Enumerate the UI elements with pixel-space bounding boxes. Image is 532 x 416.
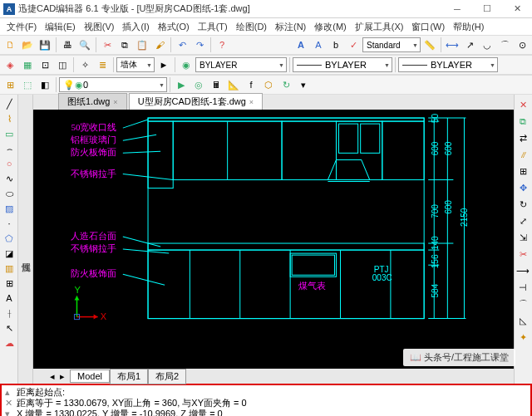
erase-icon[interactable]: ✕ bbox=[515, 96, 531, 113]
rect-icon[interactable]: ▭ bbox=[1, 126, 17, 141]
menu-file[interactable]: 文件(F) bbox=[3, 19, 40, 35]
drawing-canvas[interactable]: 50宽收口线 铝框玻璃门 防火板饰面 不锈钢拉手 人造石台面 不锈钢拉手 防火板… bbox=[33, 110, 514, 369]
menu-tools[interactable]: 工具(T) bbox=[195, 19, 231, 35]
minimize-button[interactable]: ─ bbox=[446, 2, 469, 17]
text-a2-icon[interactable]: A bbox=[310, 37, 327, 53]
tab-doc1[interactable]: 图纸1.dwg× bbox=[58, 93, 127, 110]
ruler-icon[interactable]: 📏 bbox=[421, 37, 438, 53]
save-icon[interactable]: 💾 bbox=[37, 37, 53, 53]
layer-combo[interactable]: 💡 ◉ 0 bbox=[59, 77, 167, 92]
grid-icon[interactable]: ▦ bbox=[19, 56, 36, 73]
layout-model[interactable]: Model bbox=[70, 370, 110, 383]
menu-window[interactable]: 窗口(W) bbox=[408, 19, 448, 35]
offset-icon[interactable]: ⫽ bbox=[515, 146, 531, 163]
zoom-extents-icon[interactable]: ⊞ bbox=[2, 76, 18, 93]
preview-icon[interactable]: 🔍 bbox=[76, 37, 93, 53]
param-icon[interactable]: f bbox=[243, 76, 259, 93]
menu-draw[interactable]: 绘图(D) bbox=[233, 19, 270, 35]
array-icon[interactable]: ⊞ bbox=[515, 163, 531, 179]
move-icon[interactable]: ✥ bbox=[515, 179, 531, 196]
redo-icon[interactable]: ↷ bbox=[191, 37, 208, 53]
line-icon[interactable]: ╱ bbox=[1, 96, 17, 111]
menu-modify[interactable]: 修改(M) bbox=[311, 19, 350, 35]
style-combo[interactable]: Standard bbox=[362, 37, 421, 52]
dim-icon[interactable]: ⟊ bbox=[1, 306, 17, 321]
tab-doc2[interactable]: U型厨房CAD图纸-1套.dwg× bbox=[129, 93, 263, 110]
color-combo[interactable]: BYLAYER bbox=[195, 57, 287, 72]
menu-edit[interactable]: 编辑(E) bbox=[42, 19, 79, 35]
print-icon[interactable]: 🖶 bbox=[59, 37, 76, 53]
match-icon[interactable]: 🖌 bbox=[151, 37, 168, 53]
dim-angular-icon[interactable]: ◡ bbox=[479, 37, 495, 53]
close-tab-icon[interactable]: × bbox=[113, 98, 117, 106]
spell-icon[interactable]: ✓ bbox=[345, 37, 362, 53]
snap-icon[interactable]: ⊡ bbox=[37, 56, 53, 73]
wall-combo[interactable]: 墙体 bbox=[116, 57, 155, 72]
maximize-button[interactable]: ☐ bbox=[475, 2, 499, 17]
menu-dimension[interactable]: 标注(N) bbox=[272, 19, 309, 35]
hatch-icon[interactable]: ▨ bbox=[1, 201, 17, 216]
region-icon[interactable]: ▥ bbox=[1, 261, 17, 276]
open-icon[interactable]: 📂 bbox=[19, 37, 36, 53]
tab-prev-icon[interactable]: ◂ bbox=[50, 371, 55, 382]
chamfer-icon[interactable]: ◺ bbox=[515, 312, 531, 329]
rotate-icon[interactable]: ↻ bbox=[515, 196, 531, 213]
point-icon[interactable]: · bbox=[1, 216, 17, 231]
menu-extensions[interactable]: 扩展工具(X) bbox=[352, 19, 407, 35]
calc-icon[interactable]: 🖩 bbox=[208, 76, 224, 93]
block-icon[interactable]: ◫ bbox=[54, 56, 71, 73]
scale-icon[interactable]: ⤢ bbox=[515, 213, 531, 229]
extend-icon[interactable]: ⟶ bbox=[515, 262, 531, 279]
spline-icon[interactable]: ∿ bbox=[1, 171, 17, 186]
measure-icon[interactable]: 📐 bbox=[225, 76, 242, 93]
target-icon[interactable]: ◎ bbox=[190, 76, 207, 93]
run-icon[interactable]: ▶ bbox=[173, 76, 190, 93]
menu-help[interactable]: 帮助(H) bbox=[450, 19, 487, 35]
layer-icon[interactable]: ◈ bbox=[2, 56, 18, 73]
view-icon[interactable]: ◧ bbox=[37, 76, 53, 93]
layout-1[interactable]: 布局1 bbox=[110, 369, 148, 384]
explode-icon[interactable]: ✦ bbox=[515, 329, 531, 345]
polygon-icon[interactable]: ⬠ bbox=[1, 231, 17, 246]
copy-icon[interactable]: ⧉ bbox=[116, 37, 133, 53]
linetype-combo[interactable]: BYLAYER bbox=[293, 57, 392, 72]
copy2-icon[interactable]: ⧉ bbox=[515, 113, 531, 130]
stretch-icon[interactable]: ⇲ bbox=[515, 229, 531, 246]
text-a-icon[interactable]: A bbox=[293, 37, 309, 53]
new-icon[interactable]: 🗋 bbox=[2, 37, 18, 53]
command-window[interactable]: ▴✕▾ 距离起始点: 距离等于 = 1330.0679, XY面上角 = 360… bbox=[0, 384, 532, 416]
menu-view[interactable]: 视图(V) bbox=[81, 19, 118, 35]
dim-radius-icon[interactable]: ⊙ bbox=[514, 37, 530, 53]
arc-icon[interactable]: ⌢ bbox=[1, 141, 17, 156]
pline-icon[interactable]: ⌇ bbox=[1, 111, 17, 126]
table-icon[interactable]: ⊞ bbox=[1, 276, 17, 291]
circle-icon[interactable]: ○ bbox=[1, 156, 17, 171]
drop-icon[interactable]: ▾ bbox=[295, 76, 312, 93]
refresh-icon[interactable]: ↻ bbox=[278, 76, 294, 93]
ellipse-icon[interactable]: ⬭ bbox=[1, 186, 17, 201]
layer-mgr-icon[interactable]: ≣ bbox=[94, 56, 111, 73]
revision-icon[interactable]: ☁ bbox=[1, 335, 17, 350]
property-panel[interactable]: 属性 bbox=[18, 95, 33, 384]
help-icon[interactable]: ? bbox=[214, 37, 230, 53]
dim-aligned-icon[interactable]: ↗ bbox=[461, 37, 478, 53]
close-button[interactable]: ✕ bbox=[505, 2, 529, 17]
break-icon[interactable]: ⊣ bbox=[515, 279, 531, 296]
lineweight-combo[interactable]: BYLAYER bbox=[398, 57, 498, 72]
cut-icon[interactable]: ✂ bbox=[99, 37, 116, 53]
text-icon[interactable]: A bbox=[1, 291, 17, 306]
tab-next-icon[interactable]: ▸ bbox=[60, 371, 65, 382]
undo-icon[interactable]: ↶ bbox=[174, 37, 190, 53]
zoom-window-icon[interactable]: ⬚ bbox=[19, 76, 36, 93]
close-tab-icon[interactable]: × bbox=[249, 98, 254, 106]
mirror-icon[interactable]: ⇄ bbox=[515, 130, 531, 146]
fillet-icon[interactable]: ⌒ bbox=[515, 296, 531, 312]
arrow-icon[interactable]: ► bbox=[155, 56, 172, 73]
text-format-icon[interactable]: b bbox=[328, 37, 344, 53]
layout-2[interactable]: 布局2 bbox=[148, 369, 186, 384]
trim-icon[interactable]: ✂ bbox=[515, 246, 531, 262]
block-insert-icon[interactable]: ◪ bbox=[1, 246, 17, 261]
prop-icon[interactable]: ◉ bbox=[178, 56, 195, 73]
menu-format[interactable]: 格式(O) bbox=[155, 19, 193, 35]
dim-linear-icon[interactable]: ⟷ bbox=[444, 37, 461, 53]
